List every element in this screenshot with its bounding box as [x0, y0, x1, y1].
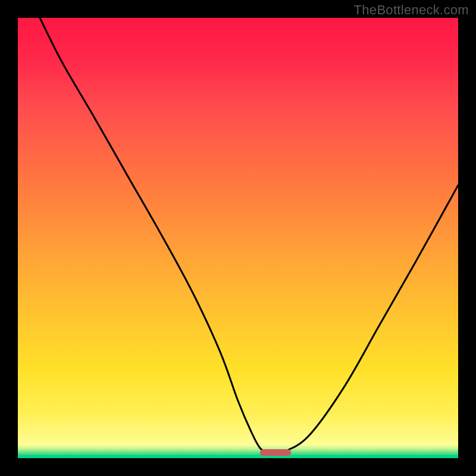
optimal-marker	[260, 449, 291, 456]
target-line	[18, 455, 458, 458]
chart-frame: TheBottleneck.com	[0, 0, 476, 476]
gradient-background	[18, 18, 458, 458]
watermark-text: TheBottleneck.com	[354, 2, 469, 18]
plot-area	[18, 18, 458, 458]
